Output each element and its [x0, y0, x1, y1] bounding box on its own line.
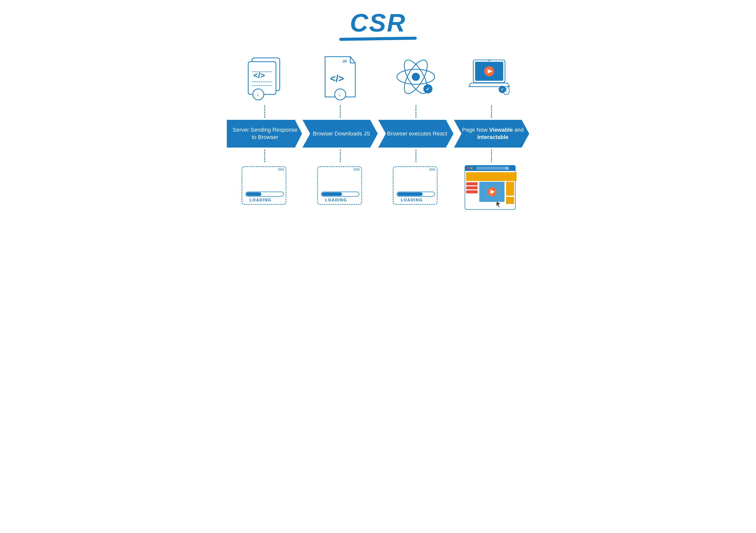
- connector-1: [227, 103, 302, 120]
- svg-text:LOADING: LOADING: [325, 198, 347, 202]
- steps-row: Server Sending Response to Browser Brows…: [227, 120, 529, 147]
- laptop-play-icon: ✓: [469, 53, 514, 103]
- svg-point-26: [488, 60, 490, 61]
- bottom-dashed-line-2: [340, 150, 341, 162]
- svg-rect-35: [246, 192, 261, 196]
- svg-rect-47: [397, 192, 422, 196]
- react-atom-icon: ✓: [393, 53, 439, 103]
- bottom-connector-1: [227, 147, 302, 164]
- bottom-icon-cell-3: LOADING: [378, 164, 454, 210]
- bottom-icon-cell-1: LOADING: [227, 164, 302, 210]
- loading-screen-3-icon: LOADING: [391, 164, 441, 210]
- dashed-line-2: [340, 105, 341, 118]
- svg-text:LOADING: LOADING: [401, 198, 423, 202]
- dashed-line-4: [491, 105, 492, 118]
- svg-text:↓: ↓: [338, 91, 341, 97]
- svg-text:</>: </>: [253, 71, 265, 80]
- page-title: CSR: [343, 10, 413, 35]
- svg-rect-60: [466, 186, 477, 189]
- step-4-arrow: Page Now Viewable and Interactable: [454, 120, 529, 147]
- bottom-dashed-line-1: [264, 150, 265, 162]
- csr-diagram: HTML </> ↓: [227, 53, 529, 215]
- loading-screen-1-icon: LOADING: [239, 164, 290, 210]
- step-4-label: Page Now Viewable and Interactable: [460, 126, 526, 141]
- connector-2: [302, 103, 378, 120]
- svg-text:LOADING: LOADING: [250, 198, 272, 202]
- step-2-label: Browser Downloads JS: [313, 130, 370, 138]
- bottom-icons-row: LOADING LOADING LOADING: [227, 164, 529, 215]
- icon-cell-4: ✓: [454, 53, 529, 103]
- svg-point-19: [412, 73, 420, 81]
- svg-text:↓: ↓: [256, 91, 259, 97]
- svg-rect-61: [466, 190, 477, 193]
- dashed-line-3: [416, 105, 416, 118]
- loading-screen-2-icon: LOADING: [315, 164, 365, 210]
- step-1-label: Server Sending Response to Browser: [232, 126, 298, 141]
- bottom-icon-cell-4: [454, 164, 529, 215]
- dashed-line-1: [264, 105, 265, 118]
- bottom-connectors-row: [227, 147, 529, 164]
- icon-cell-2: .JS </> ↓: [302, 53, 378, 103]
- title-section: CSR: [343, 10, 413, 40]
- title-underline: [339, 37, 417, 41]
- svg-rect-65: [506, 197, 514, 204]
- bottom-dashed-line-4: [491, 150, 492, 162]
- svg-text:✓: ✓: [426, 86, 430, 92]
- bottom-connector-4: [454, 147, 529, 164]
- bottom-connector-2: [302, 147, 378, 164]
- svg-rect-59: [466, 182, 477, 185]
- svg-point-53: [471, 167, 472, 169]
- svg-rect-41: [322, 192, 342, 196]
- step-3-label: Browser executes React: [387, 130, 447, 138]
- top-icons-row: HTML </> ↓: [227, 53, 529, 103]
- svg-point-52: [467, 167, 469, 169]
- icon-cell-1: HTML </> ↓: [227, 53, 302, 103]
- connector-4: [454, 103, 529, 120]
- browser-content-icon: [464, 164, 519, 215]
- svg-text:✓: ✓: [500, 87, 504, 92]
- step-1-arrow: Server Sending Response to Browser: [227, 120, 302, 147]
- js-file-icon: .JS </> ↓: [317, 53, 363, 103]
- top-connectors-row: [227, 103, 529, 120]
- bottom-connector-3: [378, 147, 454, 164]
- svg-rect-58: [466, 178, 517, 181]
- icon-cell-3: ✓: [378, 53, 454, 103]
- connector-3: [378, 103, 454, 120]
- step-3-arrow: Browser executes React: [378, 120, 454, 147]
- svg-text:.JS: .JS: [341, 59, 347, 63]
- step-2-arrow: Browser Downloads JS: [302, 120, 378, 147]
- svg-rect-54: [476, 167, 509, 170]
- svg-rect-66: [506, 182, 514, 196]
- svg-text:</>: </>: [330, 73, 344, 84]
- html-files-icon: HTML </> ↓: [242, 53, 287, 103]
- bottom-icon-cell-2: LOADING: [302, 164, 378, 210]
- bottom-dashed-line-3: [416, 150, 416, 162]
